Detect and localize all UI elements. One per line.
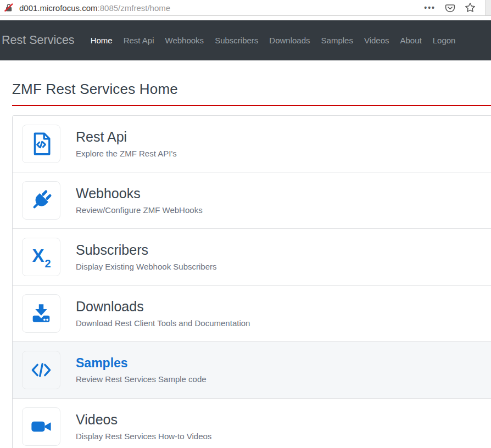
url-path: :8085/zmfrest/home	[98, 3, 171, 13]
card-title: Rest Api	[76, 130, 177, 145]
card-downloads[interactable]: Downloads Download Rest Client Tools and…	[13, 285, 491, 342]
top-navbar: Rest Services Home Rest Api Webhooks Sub…	[0, 20, 491, 60]
navbar-brand[interactable]: Rest Services	[2, 33, 75, 47]
card-subtitle: Display Existing Webhook Subscribers	[76, 262, 217, 271]
card-videos[interactable]: Videos Display Rest Services How-to Vide…	[13, 399, 491, 448]
card-subtitle: Display Rest Services How-to Videos	[76, 432, 211, 441]
card-subtitle: Explore the ZMF Rest API's	[76, 149, 177, 158]
pocket-icon[interactable]	[445, 3, 455, 13]
page-title: ZMF Rest Services Home	[12, 80, 491, 98]
browser-address-bar[interactable]: d001.microfocus.com:8085/zmfrest/home ••…	[0, 0, 491, 16]
nav-item-subscribers[interactable]: Subscribers	[209, 31, 264, 49]
insecure-lock-icon[interactable]	[3, 2, 14, 13]
nav-item-videos[interactable]: Videos	[359, 31, 395, 49]
card-samples[interactable]: Samples Review Rest Services Sample code	[13, 342, 491, 399]
url-domain: d001.microfocus.com	[19, 3, 98, 13]
bookmark-star-icon[interactable]	[465, 2, 476, 13]
nav-item-about[interactable]: About	[395, 31, 427, 49]
navbar-links: Home Rest Api Webhooks Subscribers Downl…	[85, 31, 461, 49]
card-subtitle: Download Rest Client Tools and Documenta…	[76, 318, 250, 328]
download-icon	[22, 294, 60, 333]
card-subscribers[interactable]: X2 Subscribers Display Existing Webhook …	[13, 229, 491, 285]
nav-item-webhooks[interactable]: Webhooks	[160, 31, 210, 49]
page-actions-icon[interactable]: •••	[424, 4, 436, 12]
card-title: Subscribers	[76, 243, 217, 258]
card-title: Downloads	[76, 299, 250, 315]
title-divider	[12, 105, 491, 106]
nav-item-logon[interactable]: Logon	[427, 31, 461, 49]
home-card-list: Rest Api Explore the ZMF Rest API's Webh…	[12, 115, 491, 448]
card-subtitle: Review/Configure ZMF WebHooks	[76, 205, 203, 215]
url-text[interactable]: d001.microfocus.com:8085/zmfrest/home	[19, 3, 170, 13]
card-rest-api[interactable]: Rest Api Explore the ZMF Rest API's	[13, 116, 491, 172]
address-bar-edge	[486, 0, 491, 15]
card-webhooks[interactable]: Webhooks Review/Configure ZMF WebHooks	[13, 172, 491, 229]
video-camera-icon	[22, 407, 60, 446]
nav-item-home[interactable]: Home	[85, 31, 118, 49]
code-icon	[22, 351, 60, 389]
card-title: Webhooks	[76, 186, 203, 201]
nav-item-downloads[interactable]: Downloads	[264, 31, 315, 49]
subscript-icon: X2	[22, 238, 60, 276]
card-title: Videos	[76, 412, 211, 428]
plug-icon	[22, 181, 60, 220]
nav-item-samples[interactable]: Samples	[316, 31, 359, 49]
main-content: ZMF Rest Services Home Rest Api Explore …	[0, 80, 491, 448]
nav-item-rest-api[interactable]: Rest Api	[118, 31, 160, 49]
card-title: Samples	[76, 356, 207, 370]
file-code-icon	[22, 125, 60, 163]
card-subtitle: Review Rest Services Sample code	[76, 374, 207, 384]
